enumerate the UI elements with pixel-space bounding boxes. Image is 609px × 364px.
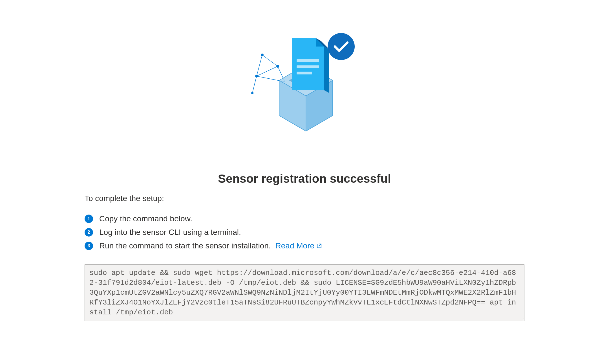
svg-point-7 [276, 65, 279, 68]
main-container: Sensor registration successful To comple… [39, 20, 570, 321]
step-item: 2 Log into the sensor CLI using a termin… [85, 228, 570, 237]
step-number-badge: 1 [85, 215, 93, 223]
svg-point-6 [261, 54, 264, 56]
setup-subtitle: To complete the setup: [39, 194, 570, 203]
step-text: Copy the command below. [99, 214, 192, 223]
svg-rect-12 [297, 72, 312, 74]
svg-rect-11 [297, 65, 319, 68]
svg-point-8 [255, 75, 258, 78]
step-text: Log into the sensor CLI using a terminal… [99, 228, 241, 237]
svg-line-2 [257, 66, 278, 76]
read-more-link[interactable]: Read More [275, 241, 323, 250]
svg-line-3 [252, 76, 257, 93]
box-document-check-icon [245, 20, 364, 138]
read-more-label: Read More [275, 241, 315, 250]
step-number-badge: 2 [85, 228, 93, 237]
svg-point-13 [328, 33, 355, 60]
steps-list: 1 Copy the command below. 2 Log into the… [39, 214, 570, 250]
svg-point-9 [251, 92, 253, 94]
svg-line-1 [257, 55, 262, 76]
success-illustration [39, 20, 570, 138]
command-textarea[interactable]: sudo apt update && sudo wget https://dow… [85, 264, 524, 321]
step-item: 3 Run the command to start the sensor in… [85, 241, 570, 250]
step-number-badge: 3 [85, 242, 93, 250]
step-item: 1 Copy the command below. [85, 214, 570, 223]
svg-line-0 [262, 55, 278, 66]
svg-rect-10 [297, 59, 319, 62]
external-link-icon [316, 243, 322, 249]
step-text: Run the command to start the sensor inst… [99, 241, 271, 250]
page-title: Sensor registration successful [39, 172, 570, 186]
